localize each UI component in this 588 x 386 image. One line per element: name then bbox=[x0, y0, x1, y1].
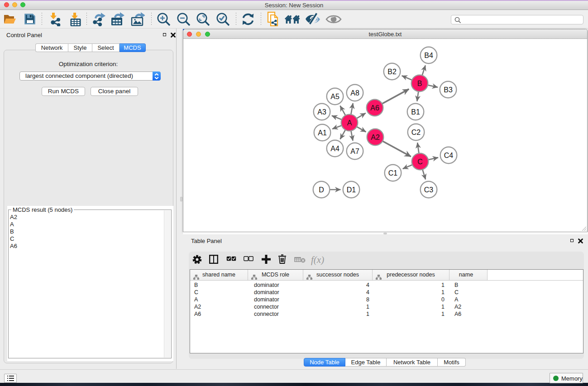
svg-text:C4: C4 bbox=[444, 152, 454, 159]
svg-text:A1: A1 bbox=[318, 129, 327, 137]
svg-text:A2: A2 bbox=[371, 133, 380, 141]
svg-text:A3: A3 bbox=[317, 108, 326, 116]
svg-text:B2: B2 bbox=[387, 68, 397, 76]
svg-text:B1: B1 bbox=[411, 108, 420, 116]
svg-text:B3: B3 bbox=[444, 86, 453, 94]
svg-text:C2: C2 bbox=[411, 129, 421, 136]
svg-text:C1: C1 bbox=[388, 169, 398, 177]
svg-text:B4: B4 bbox=[424, 52, 433, 59]
svg-text:D: D bbox=[319, 186, 324, 194]
svg-text:B: B bbox=[417, 80, 422, 87]
svg-text:A6: A6 bbox=[370, 104, 379, 112]
svg-text:A: A bbox=[347, 119, 352, 127]
svg-text:A4: A4 bbox=[330, 145, 339, 152]
svg-text:C: C bbox=[417, 158, 423, 166]
svg-text:C3: C3 bbox=[424, 186, 434, 194]
svg-text:D1: D1 bbox=[347, 186, 356, 194]
svg-text:A8: A8 bbox=[350, 89, 359, 97]
svg-text:A7: A7 bbox=[350, 148, 359, 155]
svg-text:A5: A5 bbox=[330, 93, 339, 100]
